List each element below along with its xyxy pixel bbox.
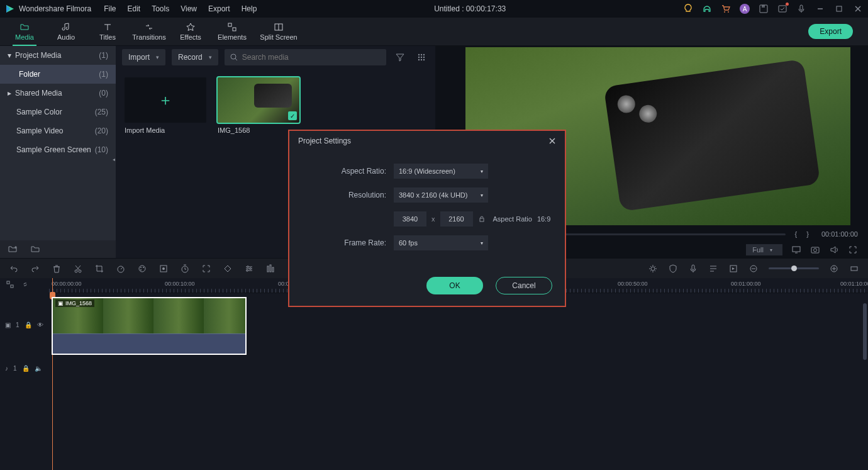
zoom-slider[interactable] — [769, 267, 819, 269]
menu-edit[interactable]: Edit — [128, 4, 141, 13]
fullscreen-icon[interactable] — [848, 245, 858, 255]
svg-rect-9 — [837, 6, 842, 11]
framerate-value: 60 fps — [399, 239, 418, 247]
document-title: Untitled : 00:00:17:33 — [257, 4, 683, 13]
tab-audio[interactable]: Audio — [45, 20, 87, 43]
ok-button[interactable]: OK — [426, 277, 483, 294]
tab-effects[interactable]: Effects — [170, 20, 211, 43]
mute-icon[interactable]: 🔈 — [35, 365, 42, 372]
grid-view-icon[interactable] — [414, 52, 429, 62]
tasks-icon[interactable] — [777, 4, 787, 14]
lock-icon[interactable]: 🔒 — [22, 365, 30, 372]
voiceover-icon[interactable] — [688, 264, 698, 274]
tab-splitscreen[interactable]: Split Screen — [253, 20, 304, 43]
markers-icons[interactable]: { } — [794, 230, 812, 238]
close-button[interactable] — [853, 4, 863, 14]
duration-icon[interactable] — [180, 264, 190, 274]
width-input[interactable]: 3840 — [394, 211, 426, 227]
lock-aspect-icon[interactable] — [473, 215, 491, 223]
greenscreen-icon[interactable] — [159, 264, 169, 274]
video-track-header[interactable]: ▣ 1 🔒 👁 — [0, 294, 49, 355]
tab-titles[interactable]: Titles — [87, 20, 128, 43]
fit-icon[interactable] — [201, 264, 211, 274]
tab-transitions[interactable]: Transitions — [128, 20, 170, 43]
sidebar-collapse-handle[interactable]: ◂ — [111, 152, 116, 167]
brightness-icon[interactable] — [648, 264, 658, 274]
cancel-button[interactable]: Cancel — [496, 277, 552, 294]
chevron-right-icon: ▸ — [8, 89, 11, 98]
maximize-button[interactable] — [834, 4, 844, 14]
snapshot-icon[interactable] — [810, 245, 820, 255]
speed-icon[interactable] — [116, 264, 126, 274]
height-input[interactable]: 2160 — [440, 211, 473, 227]
new-folder-icon[interactable] — [8, 244, 18, 254]
folder-icon[interactable] — [30, 244, 40, 254]
import-dropdown[interactable]: Import▾ — [122, 49, 165, 65]
tab-transitions-label: Transitions — [132, 33, 165, 41]
delete-icon[interactable] — [52, 264, 62, 274]
color-icon[interactable] — [137, 264, 147, 274]
lock-icon[interactable]: 🔒 — [25, 322, 32, 328]
lightbulb-icon[interactable] — [683, 4, 693, 14]
shield-icon[interactable] — [668, 264, 678, 274]
mic-icon[interactable] — [796, 4, 806, 14]
menu-view[interactable]: View — [181, 4, 197, 13]
aspect-ratio-select[interactable]: 16:9 (Widescreen)▾ — [394, 164, 488, 179]
track-manager-icon[interactable] — [5, 280, 15, 289]
zoom-out-icon[interactable] — [748, 264, 759, 274]
crop-icon[interactable] — [94, 264, 104, 274]
sidebar-item-sample-color[interactable]: Sample Color(25) — [0, 103, 116, 121]
record-dropdown[interactable]: Record▾ — [172, 49, 218, 65]
svg-point-45 — [651, 267, 655, 271]
link-icon[interactable] — [20, 280, 30, 289]
menu-help[interactable]: Help — [242, 4, 257, 13]
export-button[interactable]: Export — [808, 24, 853, 39]
minimize-button[interactable] — [815, 4, 825, 14]
keyframe-icon[interactable] — [223, 264, 233, 274]
tab-media[interactable]: Media — [4, 20, 45, 43]
media-thumb[interactable]: ✓ IMG_1568 — [218, 77, 299, 134]
audio-track-header[interactable]: ♪ 1 🔒 🔈 — [0, 355, 49, 381]
search-input[interactable] — [242, 53, 381, 62]
sidebar-item-sample-greenscreen[interactable]: Sample Green Screen(10) — [0, 140, 116, 159]
filter-icon[interactable] — [392, 52, 408, 62]
timeline-clip[interactable]: ▣IMG_1568 — [52, 297, 247, 355]
quality-dropdown[interactable]: Full▾ — [746, 244, 782, 255]
save-icon[interactable] — [759, 4, 769, 14]
sidebar-item-shared-media[interactable]: ▸Shared Media(0) — [0, 84, 116, 103]
sidebar-item-sample-video[interactable]: Sample Video(20) — [0, 121, 116, 140]
search-media[interactable] — [225, 49, 386, 65]
import-media-tile[interactable]: ＋ Import Media — [125, 77, 206, 134]
menu-file[interactable]: File — [104, 4, 116, 13]
framerate-select[interactable]: 60 fps▾ — [394, 235, 488, 250]
dialog-close-button[interactable] — [548, 137, 556, 145]
aspect-ratio-value: 16:9 (Widescreen) — [399, 167, 455, 175]
resolution-select[interactable]: 3840 x 2160 (4k UHD)▾ — [394, 187, 488, 203]
account-avatar[interactable]: A — [740, 4, 750, 14]
marker-list-icon[interactable] — [708, 264, 718, 274]
svg-rect-10 — [228, 23, 231, 26]
cart-icon[interactable] — [721, 4, 731, 14]
sidebar-item-project-media[interactable]: ▾Project Media(1) — [0, 46, 116, 65]
menu-tools[interactable]: Tools — [152, 4, 169, 13]
tab-media-label: Media — [15, 33, 34, 41]
volume-icon[interactable] — [829, 245, 839, 255]
zoom-in-icon[interactable] — [829, 264, 839, 274]
redo-icon[interactable] — [30, 264, 40, 274]
folder-icon — [19, 22, 30, 32]
menu-export[interactable]: Export — [208, 4, 230, 13]
audio-mixer-icon[interactable] — [265, 264, 275, 274]
timeline-scrollbar[interactable] — [863, 303, 867, 360]
zoom-fit-icon[interactable] — [849, 264, 859, 274]
sidebar-item-folder[interactable]: Folder(1) — [0, 65, 116, 84]
svg-point-17 — [421, 54, 422, 55]
render-icon[interactable] — [728, 264, 738, 274]
cut-icon[interactable] — [73, 264, 83, 274]
support-icon[interactable] — [702, 4, 712, 14]
tab-elements[interactable]: Elements — [211, 20, 253, 43]
svg-point-2 — [724, 11, 725, 13]
display-icon[interactable] — [791, 245, 801, 255]
adjust-icon[interactable] — [244, 264, 254, 274]
visibility-icon[interactable]: 👁 — [37, 322, 43, 328]
undo-icon[interactable] — [9, 264, 19, 274]
